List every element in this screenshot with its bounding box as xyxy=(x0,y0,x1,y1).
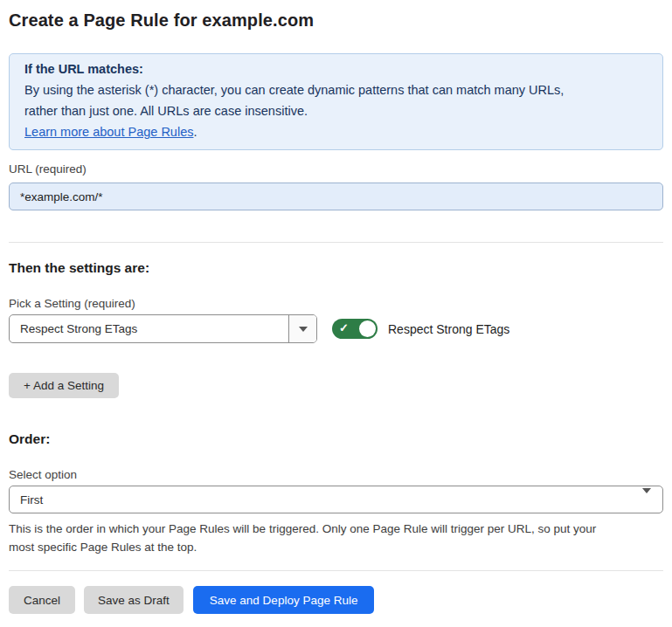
order-heading: Order: xyxy=(9,431,663,447)
footer-divider xyxy=(9,570,663,571)
add-setting-button[interactable]: + Add a Setting xyxy=(9,373,119,398)
info-box-heading: If the URL matches: xyxy=(24,59,648,79)
select-option-label: Select option xyxy=(9,468,663,481)
section-divider xyxy=(9,242,663,243)
pick-setting-label: Pick a Setting (required) xyxy=(9,297,663,310)
url-input[interactable]: *example.com/* xyxy=(9,183,663,210)
settings-heading: Then the settings are: xyxy=(9,260,663,276)
setting-row: Respect Strong ETags ✓ Respect Strong ET… xyxy=(9,314,663,343)
url-field-label: URL (required) xyxy=(9,162,663,176)
toggle-knob xyxy=(359,320,376,337)
save-and-deploy-button[interactable]: Save and Deploy Page Rule xyxy=(193,586,375,614)
setting-select[interactable]: Respect Strong ETags xyxy=(9,314,317,343)
setting-select-arrow[interactable] xyxy=(288,315,316,342)
chevron-down-icon xyxy=(299,327,308,332)
page-title: Create a Page Rule for example.com xyxy=(9,0,663,31)
create-page-rule-form: Create a Page Rule for example.com If th… xyxy=(0,0,672,614)
order-help-text: This is the order in which your Page Rul… xyxy=(9,520,620,556)
toggle-label: Respect Strong ETags xyxy=(388,322,509,336)
url-match-info-box: If the URL matches: By using the asteris… xyxy=(9,53,663,150)
order-select[interactable]: First xyxy=(9,486,663,513)
info-box-body: By using the asterisk (*) character, you… xyxy=(24,79,648,142)
chevron-down-icon xyxy=(642,493,662,506)
check-icon: ✓ xyxy=(339,321,349,335)
footer-actions: Cancel Save as Draft Save and Deploy Pag… xyxy=(9,586,663,614)
learn-more-link[interactable]: Learn more about Page Rules xyxy=(24,125,193,139)
save-as-draft-button[interactable]: Save as Draft xyxy=(84,586,184,614)
cancel-button[interactable]: Cancel xyxy=(9,586,75,614)
etags-toggle[interactable]: ✓ xyxy=(332,319,378,339)
